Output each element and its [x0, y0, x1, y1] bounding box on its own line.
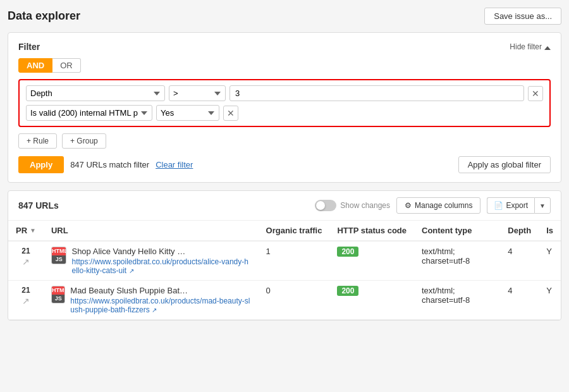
- url-link[interactable]: https://www.spoiledbrat.co.uk/products/m…: [70, 297, 250, 314]
- depth-cell: 4: [500, 281, 539, 320]
- table-header-row: PR ▼ URL Organic traffic HTTP status cod…: [8, 221, 561, 241]
- and-or-tabs: AND OR: [18, 58, 551, 73]
- filter-row-1: Depth > < = ✕: [26, 85, 543, 101]
- th-pr: PR ▼: [8, 221, 44, 241]
- clear-filter-button[interactable]: Clear filter: [156, 160, 193, 169]
- content-type-cell: text/html; charset=utf-8: [414, 241, 500, 281]
- url-cell: HTMLJSShop Alice Vandy Hello Kitty …http…: [44, 241, 259, 281]
- external-link-icon: ↗: [129, 267, 134, 274]
- is-valid-cell: Y: [539, 241, 561, 281]
- content-type-cell: text/html; charset=utf-8: [414, 281, 500, 320]
- filter-panel: Filter Hide filter AND OR Depth > < =: [8, 32, 561, 183]
- operator-select-1[interactable]: > < =: [169, 85, 226, 101]
- show-changes-label: Show changes: [340, 201, 390, 210]
- filter-row-2: Is valid (200) internal HTML page Yes No…: [26, 105, 543, 121]
- status-badge: 200: [337, 286, 358, 296]
- apply-row: Apply 847 URLs match filter Clear filter…: [18, 156, 551, 173]
- organic-traffic-cell: 1: [259, 241, 330, 281]
- apply-button[interactable]: Apply: [18, 156, 64, 173]
- show-changes-group: Show changes: [315, 200, 390, 211]
- caret-up-icon: [544, 43, 551, 50]
- pr-number: 21: [21, 286, 30, 295]
- organic-traffic-cell: 0: [259, 281, 330, 320]
- export-group: 📄 Export ▼: [487, 197, 551, 214]
- hide-filter-button[interactable]: Hide filter: [510, 42, 551, 51]
- external-link-icon: ↗: [152, 307, 157, 314]
- export-button[interactable]: 📄 Export: [487, 197, 534, 214]
- data-table: PR ▼ URL Organic traffic HTTP status cod…: [8, 221, 561, 320]
- export-icon: 📄: [494, 201, 503, 210]
- pr-number: 21: [21, 247, 30, 255]
- arrow-icon: ↗: [22, 257, 30, 267]
- is-valid-cell: Y: [539, 281, 561, 320]
- table-row: 21↗HTMLJSMad Beauty Slush Puppie Bat…htt…: [8, 281, 561, 320]
- http-status-cell: 200: [329, 241, 414, 281]
- manage-columns-button[interactable]: ⚙ Manage columns: [396, 197, 480, 214]
- value-input-1[interactable]: [229, 85, 524, 101]
- field-select-1[interactable]: Depth: [26, 85, 165, 101]
- url-cell: HTMLJSMad Beauty Slush Puppie Bat…https:…: [44, 281, 259, 320]
- th-depth: Depth: [500, 221, 539, 241]
- table-panel: 847 URLs Show changes ⚙ Manage columns 📄…: [8, 190, 561, 321]
- remove-rule-2-button[interactable]: ✕: [223, 106, 238, 121]
- html-badge: HTMLJS: [51, 247, 67, 264]
- remove-rule-1-button[interactable]: ✕: [528, 86, 543, 101]
- depth-cell: 4: [500, 241, 539, 281]
- th-organic-traffic: Organic traffic: [259, 221, 330, 241]
- save-issue-button[interactable]: Save issue as...: [484, 8, 561, 25]
- add-rule-button[interactable]: + Rule: [18, 133, 57, 149]
- match-count: 847 URLs match filter: [70, 160, 149, 169]
- th-http-status: HTTP status code: [329, 221, 414, 241]
- status-badge: 200: [337, 247, 358, 257]
- table-toolbar: 847 URLs Show changes ⚙ Manage columns 📄…: [8, 191, 561, 221]
- table-row: 21↗HTMLJSShop Alice Vandy Hello Kitty …h…: [8, 241, 561, 281]
- th-content-type: Content type: [414, 221, 500, 241]
- url-link[interactable]: https://www.spoiledbrat.co.uk/products/a…: [71, 257, 250, 275]
- apply-global-filter-button[interactable]: Apply as global filter: [458, 156, 551, 173]
- th-is-valid: Is: [539, 221, 561, 241]
- show-changes-toggle[interactable]: [315, 200, 336, 211]
- pr-cell: 21↗: [8, 281, 44, 320]
- add-row: + Rule + Group: [18, 133, 551, 149]
- filter-section-label: Filter: [18, 42, 40, 52]
- pr-cell: 21↗: [8, 241, 44, 281]
- toolbar-right: Show changes ⚙ Manage columns 📄 Export ▼: [315, 197, 551, 214]
- arrow-icon: ↗: [22, 296, 30, 306]
- add-group-button[interactable]: + Group: [62, 133, 106, 149]
- sort-arrow-icon: ▼: [30, 227, 36, 234]
- field-select-2[interactable]: Is valid (200) internal HTML page: [26, 105, 152, 121]
- gear-icon: ⚙: [405, 201, 412, 210]
- filter-rules-box: Depth > < = ✕ Is valid (200) internal HT…: [18, 79, 551, 127]
- url-count-label: 847 URLs: [18, 200, 59, 211]
- operator-select-2[interactable]: Yes No: [156, 105, 219, 121]
- url-title: Mad Beauty Slush Puppie Bat…: [70, 286, 188, 295]
- http-status-cell: 200: [329, 281, 414, 320]
- th-url: URL: [44, 221, 259, 241]
- url-title: Shop Alice Vandy Hello Kitty …: [71, 247, 185, 256]
- page-title: Data explorer: [8, 9, 80, 23]
- export-dropdown-button[interactable]: ▼: [534, 197, 551, 214]
- toggle-knob: [316, 201, 325, 210]
- html-badge: HTMLJS: [51, 286, 65, 303]
- tab-or[interactable]: OR: [52, 58, 81, 73]
- tab-and[interactable]: AND: [18, 58, 52, 73]
